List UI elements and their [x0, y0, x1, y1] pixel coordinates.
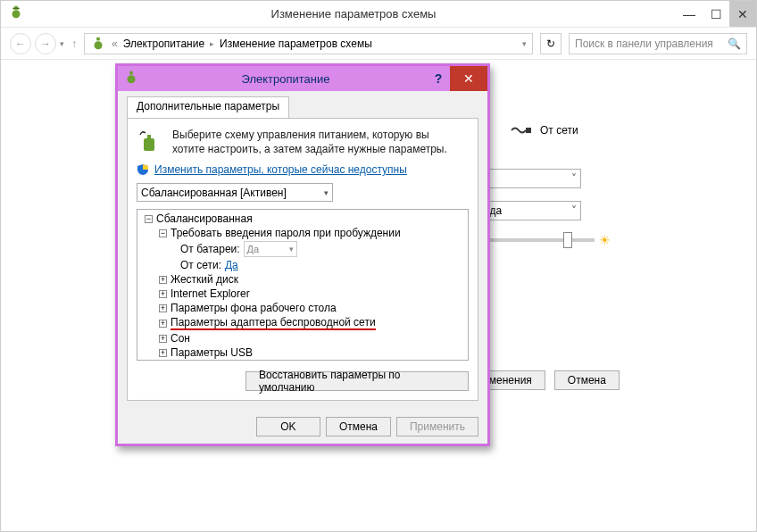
- brightness-slider[interactable]: [474, 238, 595, 242]
- power-options-dialog: Электропитание ? ✕ Дополнительные параме…: [115, 63, 490, 446]
- intro-block: Выберите схему управления питанием, кото…: [137, 128, 469, 156]
- collapse-icon[interactable]: −: [145, 215, 153, 223]
- address-bar[interactable]: « Электропитание ▸ Изменение параметров …: [84, 33, 533, 54]
- expand-icon[interactable]: +: [159, 320, 167, 328]
- expand-icon[interactable]: +: [159, 290, 167, 298]
- search-input[interactable]: Поиск в панели управления 🔍: [569, 33, 747, 54]
- unavailable-settings-link[interactable]: Изменить параметры, которые сейчас недос…: [154, 163, 407, 176]
- apply-button[interactable]: Применить: [396, 417, 478, 436]
- back-button[interactable]: ←: [10, 33, 31, 54]
- help-button[interactable]: ?: [427, 66, 450, 91]
- combo-value: Сбалансированная [Активен]: [141, 187, 287, 199]
- svg-rect-8: [144, 138, 154, 151]
- cancel-button[interactable]: Отмена: [554, 370, 620, 390]
- power-plan-icon: [8, 4, 24, 23]
- refresh-button[interactable]: ↻: [540, 33, 562, 54]
- unavailable-settings-link-row: Изменить параметры, которые сейчас недос…: [137, 163, 469, 176]
- maximize-button[interactable]: ☐: [703, 1, 729, 27]
- svg-point-3: [95, 41, 103, 49]
- tree-node-ie[interactable]: + Internet Explorer: [139, 287, 466, 301]
- tree-leaf-net[interactable]: От сети: Да: [139, 258, 466, 272]
- dialog-titlebar[interactable]: Электропитание ? ✕: [118, 66, 487, 91]
- collapse-icon[interactable]: −: [159, 229, 167, 237]
- plugged-in-label: От сети: [540, 124, 578, 137]
- svg-rect-4: [96, 37, 100, 40]
- chevron-down-icon: ▾: [324, 188, 329, 197]
- search-icon: 🔍: [728, 37, 741, 50]
- breadcrumb-item[interactable]: Электропитание: [123, 37, 204, 50]
- restore-defaults-button[interactable]: Восстановить параметры по умолчанию: [245, 371, 469, 391]
- minimize-button[interactable]: —: [676, 1, 703, 27]
- power-plan-combo[interactable]: Сбалансированная [Активен] ▾: [137, 183, 333, 202]
- expand-icon[interactable]: +: [159, 276, 167, 284]
- ok-button[interactable]: OK: [256, 417, 320, 436]
- tree-node-wireless[interactable]: + Параметры адаптера беспроводной сети: [139, 315, 466, 331]
- breadcrumb-start: «: [112, 37, 118, 50]
- uac-shield-icon: [137, 163, 149, 176]
- expand-icon[interactable]: +: [159, 349, 167, 357]
- power-plan-icon: [123, 70, 139, 88]
- chevron-down-icon: ▾: [289, 245, 294, 254]
- battery-password-combo[interactable]: Да ▾: [244, 241, 297, 257]
- power-plan-icon: [90, 36, 106, 52]
- dialog-body: Дополнительные параметры Выберите схему …: [118, 91, 487, 410]
- svg-point-0: [12, 10, 21, 18]
- up-button[interactable]: ↑: [71, 37, 77, 50]
- dialog-close-button[interactable]: ✕: [450, 66, 487, 91]
- svg-rect-5: [526, 128, 531, 133]
- history-dropdown-icon[interactable]: ▾: [60, 39, 64, 48]
- control-panel-window: Изменение параметров схемы — ☐ ✕ ← → ▾ ↑…: [0, 0, 757, 532]
- plug-icon: [510, 124, 533, 137]
- intro-text: Выберите схему управления питанием, кото…: [172, 128, 447, 156]
- tree-node-require-password[interactable]: − Требовать введения пароля при пробужде…: [139, 226, 466, 240]
- tree-node-desktop-bg[interactable]: + Параметры фона рабочего стола: [139, 301, 466, 315]
- plugged-in-header: От сети: [510, 124, 578, 137]
- breadcrumb-item[interactable]: Изменение параметров схемы: [220, 37, 372, 50]
- tab-advanced[interactable]: Дополнительные параметры: [127, 96, 289, 118]
- search-placeholder: Поиск в панели управления: [575, 37, 728, 50]
- cancel-button[interactable]: Отмена: [326, 417, 391, 436]
- window-title: Изменение параметров схемы: [31, 7, 676, 21]
- dialog-title: Электропитание: [145, 72, 427, 86]
- dialog-footer: OK Отмена Применить: [118, 410, 487, 444]
- battery-plug-icon: [137, 128, 163, 154]
- settings-tree[interactable]: − Сбалансированная − Требовать введения …: [137, 209, 469, 361]
- brightness-high-icon: ☀: [599, 233, 611, 247]
- net-password-value[interactable]: Да: [225, 259, 238, 271]
- tab-content: Выберите схему управления питанием, кото…: [127, 118, 478, 401]
- forward-button[interactable]: →: [35, 33, 56, 54]
- window-controls: — ☐ ✕: [676, 1, 756, 27]
- slider-thumb[interactable]: [563, 232, 572, 248]
- tree-node-sleep[interactable]: + Сон: [139, 331, 466, 345]
- svg-rect-2: [12, 8, 19, 10]
- address-dropdown-icon[interactable]: ▾: [522, 39, 527, 48]
- tab-strip: Дополнительные параметры: [127, 96, 478, 118]
- svg-rect-9: [147, 135, 151, 138]
- tree-node-hdd[interactable]: + Жесткий диск: [139, 272, 466, 287]
- tree-node-usb[interactable]: + Параметры USB: [139, 345, 466, 360]
- tree-node-balanced[interactable]: − Сбалансированная: [139, 212, 466, 226]
- breadcrumb-separator-icon: ▸: [210, 39, 214, 48]
- close-button[interactable]: ✕: [729, 1, 756, 27]
- navbar: ← → ▾ ↑ « Электропитание ▸ Изменение пар…: [1, 28, 756, 60]
- svg-rect-7: [129, 71, 133, 74]
- tree-leaf-battery[interactable]: От батареи: Да ▾: [139, 240, 466, 258]
- expand-icon[interactable]: +: [159, 304, 167, 312]
- expand-icon[interactable]: +: [159, 335, 167, 343]
- svg-point-6: [128, 75, 136, 83]
- titlebar: Изменение параметров схемы — ☐ ✕: [1, 1, 756, 28]
